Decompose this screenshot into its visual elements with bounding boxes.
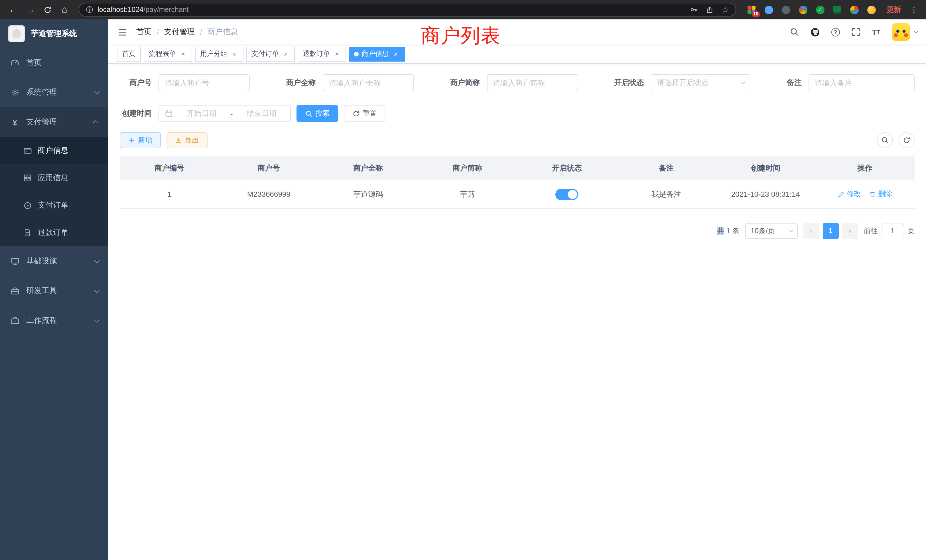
table-header-row: 商户编号 商户号 商户全称 商户简称 开启状态 备注 创建时间 操作	[120, 156, 915, 180]
app: 芋道管理系统 首页 系统管理 ¥ 支付管理	[0, 20, 926, 560]
fullscreen-icon[interactable]	[851, 27, 860, 36]
cell-actions: 修改 删除	[816, 189, 915, 199]
extension-sheet-icon[interactable]	[832, 5, 842, 15]
address-bar[interactable]: ⓘ localhost:1024/pay/merchant ☆	[79, 3, 736, 17]
remark-input[interactable]	[808, 74, 915, 91]
chevron-up-icon	[92, 120, 98, 126]
reset-button[interactable]: 重置	[344, 105, 386, 122]
extension-pinwheel-icon[interactable]	[849, 5, 859, 15]
tab-pay-order[interactable]: 支付订单×	[246, 47, 295, 61]
goto-input[interactable]	[881, 224, 904, 238]
tab-refund-order[interactable]: 退款订单×	[298, 47, 346, 61]
goto-page: 前往 页	[864, 224, 915, 238]
calendar-icon	[165, 109, 173, 118]
sidebar-item-merchant-info[interactable]: 商户信息	[0, 137, 108, 164]
page-1-button[interactable]: 1	[823, 223, 838, 239]
toolbox-icon	[10, 286, 20, 295]
export-button[interactable]: 导出	[166, 132, 207, 148]
sidebar-item-refund-order[interactable]: 退款订单	[0, 219, 108, 246]
refresh-table-icon[interactable]	[899, 132, 915, 148]
merchant-no-input[interactable]	[159, 74, 250, 91]
edit-button[interactable]: 修改	[838, 189, 861, 199]
tab-home[interactable]: 首页	[117, 47, 141, 61]
search-icon[interactable]	[790, 27, 799, 36]
cell-remark: 我是备注	[617, 189, 716, 199]
extension-multicolor-icon[interactable]	[798, 5, 808, 15]
close-icon[interactable]: ×	[392, 50, 400, 58]
bookmark-star-icon[interactable]: ☆	[722, 5, 729, 14]
extension-check-icon[interactable]: ✓	[815, 5, 825, 15]
sidebar-item-home[interactable]: 首页	[0, 48, 108, 77]
sidebar-item-workflow[interactable]: 工作流程	[0, 306, 108, 335]
toggle-search-icon[interactable]	[877, 132, 893, 148]
share-icon[interactable]	[706, 6, 714, 14]
status-select[interactable]: 请选择开启状态	[651, 74, 750, 91]
close-icon[interactable]: ×	[282, 50, 290, 58]
chevron-down-icon	[914, 29, 918, 34]
document-icon	[23, 228, 32, 237]
cell-merchant-no: M233666999	[219, 190, 319, 198]
status-label: 开启状态	[614, 77, 651, 88]
tab-merchant-info[interactable]: 商户信息×	[349, 47, 405, 61]
sidebar-item-app-info[interactable]: 应用信息	[0, 164, 108, 192]
menu-fold-icon[interactable]	[118, 27, 127, 37]
password-key-icon[interactable]	[690, 6, 698, 14]
add-button[interactable]: 新增	[120, 132, 161, 148]
browser-back-icon[interactable]: ←	[6, 2, 21, 17]
search-form-row-2: 创建时间 开始日期 - 结束日期 搜索	[120, 105, 915, 122]
page-buttons: ‹ 1 ›	[803, 223, 858, 239]
sidebar-item-label: 工作流程	[26, 315, 57, 325]
sidebar-item-label: 系统管理	[26, 87, 57, 97]
browser-refresh-icon[interactable]	[40, 2, 55, 17]
sidebar-item-system[interactable]: 系统管理	[0, 77, 108, 107]
browser-home-icon[interactable]: ⌂	[57, 2, 72, 17]
search-button[interactable]: 搜索	[297, 105, 338, 122]
breadcrumb-payment[interactable]: 支付管理	[164, 27, 195, 37]
merchant-shortname-input[interactable]	[487, 74, 578, 91]
extension-grid-icon[interactable]: 10	[746, 5, 757, 15]
gear-icon	[10, 88, 20, 97]
date-end-input[interactable]: 结束日期	[238, 108, 284, 119]
breadcrumb-home[interactable]: 首页	[136, 27, 152, 37]
status-toggle[interactable]	[555, 188, 578, 200]
sidebar-item-label: 退款订单	[38, 227, 68, 238]
merchant-shortname-label: 商户简称	[450, 77, 487, 88]
site-info-icon[interactable]: ⓘ	[86, 5, 93, 15]
prev-page-button[interactable]: ‹	[803, 223, 819, 239]
date-start-input[interactable]: 开始日期	[179, 108, 225, 119]
sidebar-item-label: 应用信息	[38, 173, 68, 183]
extension-emoji-icon[interactable]	[866, 5, 876, 15]
create-time-label: 创建时间	[120, 108, 159, 119]
app-logo[interactable]: 芋道管理系统	[0, 20, 108, 48]
payment-submenu: 商户信息 应用信息 支付订单	[0, 137, 108, 246]
merchant-fullname-input[interactable]	[323, 74, 414, 91]
search-form-row-1: 商户号 商户全称 商户简称 开启状态 请选择开启状态	[120, 74, 915, 91]
page-size-select[interactable]: 10条/页	[745, 223, 797, 239]
table-toolbar: 新增 导出	[120, 132, 915, 148]
sidebar-item-devtools[interactable]: 研发工具	[0, 276, 108, 306]
sidebar-item-infrastructure[interactable]: 基础设施	[0, 246, 108, 276]
tab-user-group[interactable]: 用户分组×	[195, 47, 244, 61]
next-page-button[interactable]: ›	[842, 223, 858, 239]
chevron-down-icon	[788, 228, 793, 233]
delete-button[interactable]: 删除	[869, 189, 892, 199]
sidebar-item-payment[interactable]: ¥ 支付管理	[0, 107, 108, 137]
help-icon[interactable]: ?	[831, 28, 840, 36]
github-icon[interactable]	[810, 27, 820, 37]
table-header-cell: 开启状态	[517, 163, 617, 173]
browser-forward-icon[interactable]: →	[23, 2, 38, 17]
date-range-picker[interactable]: 开始日期 - 结束日期	[159, 105, 291, 122]
extension-dark-icon[interactable]	[781, 5, 791, 15]
close-icon[interactable]: ×	[179, 50, 187, 58]
tab-process-form[interactable]: 流程表单×	[144, 47, 192, 61]
browser-menu-icon[interactable]: ⋮	[908, 5, 920, 14]
sidebar-item-pay-order[interactable]: 支付订单	[0, 192, 108, 219]
close-icon[interactable]: ×	[333, 50, 341, 58]
dashboard-icon	[10, 58, 20, 67]
navbar: 首页 / 支付管理 / 商户信息 ?	[108, 20, 926, 44]
font-size-icon[interactable]: TT	[872, 27, 881, 37]
close-icon[interactable]: ×	[230, 50, 238, 58]
extension-drop-icon[interactable]	[764, 5, 774, 15]
user-avatar[interactable]	[892, 23, 917, 41]
browser-update-button[interactable]: 更新	[882, 3, 905, 16]
